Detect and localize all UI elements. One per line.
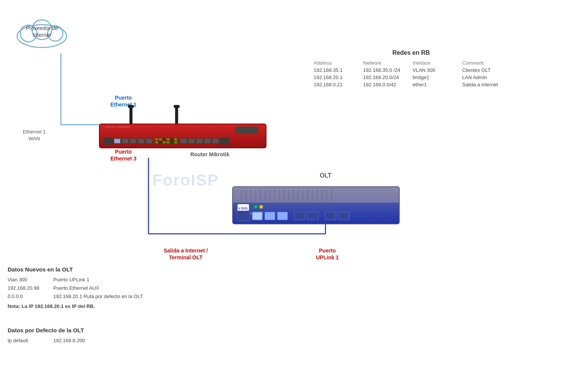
port-eth2 xyxy=(122,138,129,144)
vent20 xyxy=(331,190,332,203)
label-ethernet3: Puerto Ethernet 3 xyxy=(110,148,136,162)
led4 xyxy=(167,138,169,140)
vent11 xyxy=(288,190,290,203)
cloud-label: Proveedor de Internet xyxy=(11,25,72,38)
led12 xyxy=(174,141,177,143)
led8 xyxy=(159,141,162,143)
col-interface-header: Inteface xyxy=(411,59,461,67)
port-eth7 xyxy=(188,138,195,144)
datos-nota-text: Nota: La IP 192.168.20.1 es IP del RB. xyxy=(8,302,198,311)
cloud-line1: Proveedor de xyxy=(26,25,58,31)
col-address-header: Address xyxy=(312,59,362,67)
defecto-row1-col1: Ip default xyxy=(8,336,53,345)
port-eth6 xyxy=(180,138,187,144)
vent8 xyxy=(274,190,275,203)
olt-device: V·SOL GPON OLT xyxy=(232,186,400,243)
port-eth9 xyxy=(204,138,211,144)
diagram-container: .cloud-path { fill: none; stroke: #66aac… xyxy=(0,0,571,392)
col-comment-header: Comment xyxy=(461,59,510,67)
row1-interface: VLAN 300 xyxy=(411,67,461,74)
row1-address: 192.168.35.1 xyxy=(312,67,362,74)
datos-row1-col1: Vlan 300 xyxy=(8,276,53,284)
port-eth8 xyxy=(196,138,203,144)
olt-sfp2 xyxy=(307,212,319,220)
olt-port2 xyxy=(277,212,288,220)
port-eth4 xyxy=(138,138,145,144)
router-ports xyxy=(104,138,229,144)
label-uplink: Puerto UPLink 1 xyxy=(316,247,339,261)
defecto-row1-col2: 192.168.8.200 xyxy=(53,336,160,345)
watermark-text: ForoISP xyxy=(152,171,219,189)
indicator-sys xyxy=(254,205,258,209)
row3-network: 192.168.0.0/42 xyxy=(362,81,411,88)
router-label-left: GIGABIT ETHERNET xyxy=(105,126,131,128)
led3 xyxy=(163,138,166,140)
led11 xyxy=(171,141,173,143)
vent16 xyxy=(312,190,313,203)
label-wan: Ethernet 1 WAN xyxy=(23,129,46,142)
datos-row3: 0.0.0.0 192.168.20.1 Ruta por defecto en… xyxy=(8,292,198,301)
vent3 xyxy=(250,190,252,203)
datos-row2-col1: 192.168.20.98 xyxy=(8,284,53,292)
row2-comment: LAN Admin xyxy=(461,74,510,81)
indicator-pon xyxy=(259,205,263,209)
olt-port1 xyxy=(265,212,275,220)
defecto-row1: Ip default 192.168.8.200 xyxy=(8,336,160,345)
vent6 xyxy=(264,190,266,203)
row2-interface: bridge1 xyxy=(411,74,461,81)
row3-address: 192.168.0.21 xyxy=(312,81,362,88)
redes-title: Redes en RB xyxy=(312,49,510,56)
label-olt: OLT xyxy=(320,172,332,179)
router-body: GIGABIT ETHERNET xyxy=(99,124,266,148)
vent5 xyxy=(260,190,261,203)
olt-sfp4 xyxy=(338,212,349,220)
wan-line1: Ethernet 1 xyxy=(23,129,46,135)
vsol-logo-text: V·SOL xyxy=(238,206,248,210)
port-sfp2 xyxy=(220,138,229,144)
vent9 xyxy=(279,190,280,203)
row1-network: 192.168.35.0 /24 xyxy=(362,67,411,74)
antenna-tip-left xyxy=(128,105,134,108)
wan-line2: WAN xyxy=(29,136,40,141)
label-salida: Salida a Internet / Terminal OLT xyxy=(164,247,208,261)
led1 xyxy=(155,138,158,140)
vent13 xyxy=(297,190,299,203)
led6 xyxy=(174,138,177,140)
olt-sfp1 xyxy=(294,212,305,220)
eth3-line2: Ethernet 3 xyxy=(110,156,136,162)
olt-uplink-port1 xyxy=(252,212,263,220)
col-network-header: Network xyxy=(362,59,411,67)
uplink-line2: UPLink 1 xyxy=(316,254,339,260)
led-group xyxy=(155,138,177,144)
vent7 xyxy=(269,190,271,203)
vent1 xyxy=(241,190,242,203)
port-sfp xyxy=(104,138,113,144)
router-screen xyxy=(235,127,258,133)
olt-label-text: OLT xyxy=(320,172,332,179)
datos-defecto: Datos por Defecto de la OLT Ip default 1… xyxy=(8,327,160,345)
cloud-line2: Internet xyxy=(33,32,51,38)
row3-interface: ether1 xyxy=(411,81,461,88)
led7 xyxy=(155,141,158,143)
olt-indicators xyxy=(254,205,263,209)
salida-line1: Salida a Internet / xyxy=(164,248,208,254)
uplink-line1: Puerto xyxy=(319,248,336,254)
datos-row1-col2: Puerto UPLink 1 xyxy=(53,276,198,284)
olt-body: V·SOL GPON OLT xyxy=(232,186,400,224)
antenna-tip-right xyxy=(174,105,180,108)
led9 xyxy=(163,141,166,143)
watermark: ForoISP xyxy=(152,171,219,189)
olt-ports-row xyxy=(237,211,349,221)
datos-row1: Vlan 300 Puerto UPLink 1 xyxy=(8,276,198,284)
datos-nuevos-title: Datos Nuevos en la OLT xyxy=(8,266,198,273)
redes-grid: Address Network Inteface Comment 192.168… xyxy=(312,59,510,88)
row2-network: 192.168.20.0/24 xyxy=(362,74,411,81)
port-eth1 xyxy=(114,138,121,144)
vent17 xyxy=(316,190,318,203)
datos-nota: Nota: La IP 192.168.20.1 es IP del RB. xyxy=(8,302,198,311)
vent15 xyxy=(307,190,308,203)
vent2 xyxy=(245,190,247,203)
vent19 xyxy=(326,190,327,203)
datos-row3-col2: 192.168.20.1 Ruta por defecto en la OLT xyxy=(53,292,198,301)
port-eth10 xyxy=(212,138,219,144)
